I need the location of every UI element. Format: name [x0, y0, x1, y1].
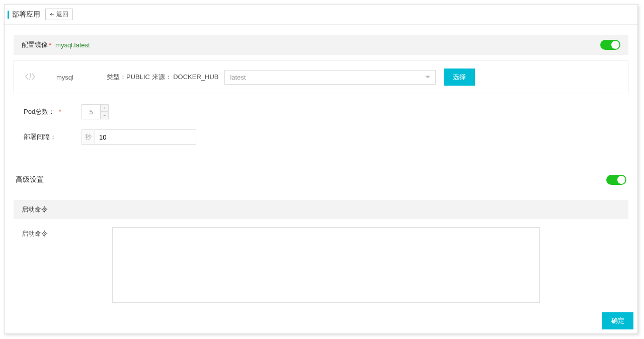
image-name-label: mysql [56, 74, 107, 81]
stepper-buttons: + − [101, 104, 109, 119]
required-star: * [49, 41, 51, 49]
tag-dropdown[interactable]: latest [224, 70, 436, 85]
startup-body: 启动命令 [14, 219, 628, 311]
page-header: 部署应用 返回 [5, 5, 637, 25]
startup-command-textarea[interactable] [112, 227, 540, 303]
image-config-section: 配置镜像 * mysql.latest mysql 类型：PUBLIC 来源： … [14, 35, 628, 145]
deploy-interval-row: 部署间隔： 秒 [24, 129, 618, 145]
back-button-label: 返回 [56, 10, 68, 19]
back-arrow-icon [50, 12, 55, 17]
page-container: 部署应用 返回 配置镜像 * mysql.latest mysql 类型：PUB [4, 4, 638, 334]
required-star: * [59, 108, 61, 115]
header-accent-bar [8, 11, 9, 19]
type-source-text: 类型：PUBLIC 来源： DOCKER_HUB [107, 73, 218, 82]
image-section-header: 配置镜像 * mysql.latest [14, 35, 628, 55]
stepper-up-button[interactable]: + [101, 104, 109, 112]
startup-label: 启动命令 [22, 227, 112, 238]
footer: 确定 [602, 312, 633, 329]
startup-section-title: 启动命令 [14, 200, 628, 219]
stepper-down-button[interactable]: − [101, 112, 109, 119]
advanced-title: 高级设置 [16, 175, 44, 184]
pod-count-input[interactable] [82, 104, 101, 119]
tag-dropdown-value: latest [230, 74, 246, 81]
confirm-button[interactable]: 确定 [602, 312, 633, 329]
interval-unit: 秒 [82, 130, 95, 144]
pod-count-row: Pod总数： * + − [24, 104, 618, 119]
advanced-section: 高级设置 启动命令 启动命令 [8, 170, 634, 311]
image-section-title: 配置镜像 [22, 40, 48, 49]
code-icon [24, 72, 36, 83]
advanced-header: 高级设置 [8, 170, 634, 190]
image-section-toggle[interactable] [600, 40, 620, 50]
select-image-button[interactable]: 选择 [444, 69, 475, 86]
scroll-area[interactable]: 配置镜像 * mysql.latest mysql 类型：PUBLIC 来源： … [5, 25, 637, 312]
back-button[interactable]: 返回 [45, 9, 73, 20]
image-section-header-left: 配置镜像 * mysql.latest [22, 40, 90, 49]
image-full-name: mysql.latest [55, 41, 90, 49]
advanced-toggle[interactable] [606, 175, 626, 185]
pod-count-label: Pod总数： * [24, 107, 82, 116]
pod-count-stepper: + − [82, 104, 109, 119]
page-title: 部署应用 [12, 10, 40, 19]
image-config-box: mysql 类型：PUBLIC 来源： DOCKER_HUB latest 选择 [14, 60, 628, 94]
interval-input-wrap: 秒 [82, 129, 196, 145]
deploy-interval-label: 部署间隔： [24, 132, 82, 142]
interval-input[interactable] [95, 131, 196, 144]
startup-command-section: 启动命令 启动命令 [14, 200, 628, 311]
